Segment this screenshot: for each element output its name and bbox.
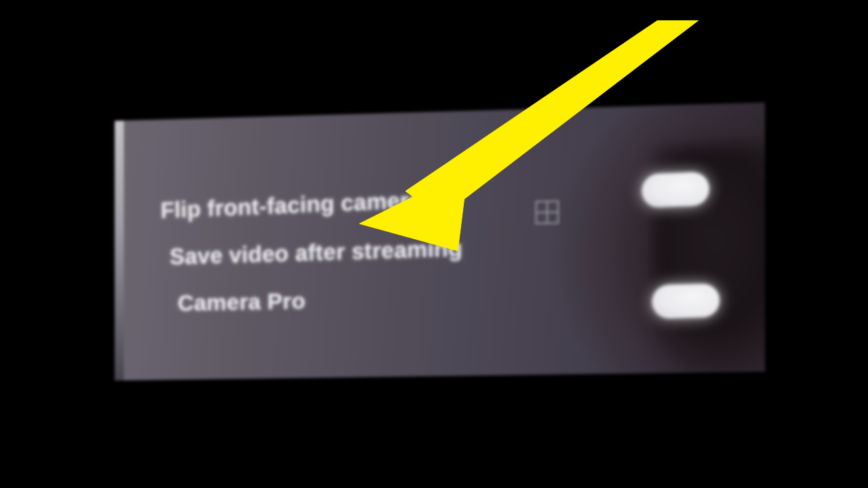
- svg-line-2: [536, 212, 558, 213]
- settings-list: Flip front-facing camera Save video afte…: [161, 180, 682, 339]
- grid-icon: [535, 200, 559, 225]
- setting-flip-front-camera[interactable]: Flip front-facing camera: [160, 176, 681, 223]
- setting-camera-pro[interactable]: Camera Pro: [178, 281, 699, 317]
- setting-save-video-after-streaming[interactable]: Save video after streaming: [170, 228, 691, 270]
- setting-label: Camera Pro: [178, 288, 306, 317]
- setting-label: Save video after streaming: [170, 235, 462, 270]
- toggle-flip-front-camera[interactable]: [642, 172, 709, 208]
- phone-settings-screenshot: Flip front-facing camera Save video afte…: [115, 102, 765, 380]
- setting-label: Flip front-facing camera: [160, 186, 422, 223]
